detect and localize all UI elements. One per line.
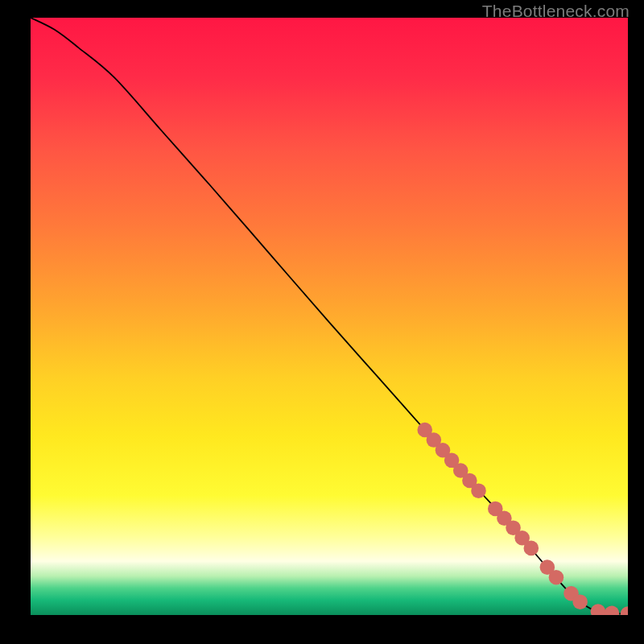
plot-area [31, 18, 628, 615]
chart-stage: TheBottleneck.com [0, 0, 644, 644]
background-gradient [31, 18, 628, 615]
svg-rect-0 [31, 18, 628, 615]
